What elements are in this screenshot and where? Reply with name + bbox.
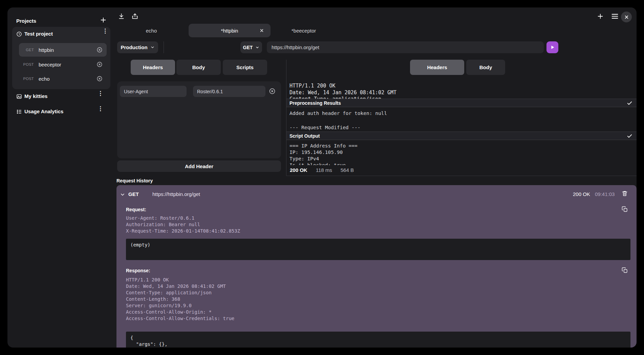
add-header-button[interactable]: Add Header [117, 160, 281, 172]
add-project-button[interactable] [100, 16, 107, 24]
divider [164, 41, 164, 53]
method-select[interactable]: GET [240, 41, 262, 53]
sidebar-item-usage-analytics[interactable]: Usage Analytics [24, 109, 63, 114]
header-key-input[interactable] [120, 86, 187, 97]
history-response-label: Response: [126, 268, 150, 273]
url-input[interactable] [267, 41, 544, 53]
header-value-cell [193, 86, 265, 97]
copy-request-button[interactable] [622, 206, 628, 212]
tab-request-headers[interactable]: Headers [131, 60, 175, 75]
environment-label: Production [121, 44, 147, 50]
tab-request-scripts[interactable]: Scripts [223, 60, 267, 75]
copy-response-button[interactable] [622, 267, 628, 273]
history-request-headers: User-Agent: Roster/0.6.1 Authorization: … [126, 215, 240, 234]
history-entry: GET https://httpbin.org/get 200 OK 09:41… [116, 185, 637, 348]
request-body-text: (empty) [126, 239, 630, 251]
tab-httpbin[interactable]: *httpbin [189, 24, 271, 37]
project-group-card: Test project ⋮ GET httpbin POST beecepto… [12, 27, 110, 89]
image-icon [16, 94, 22, 99]
send-button[interactable] [546, 41, 558, 53]
app-window: Projects Test project ⋮ GET httpbin POST… [7, 7, 637, 348]
history-time: 09:41:03 [595, 191, 615, 197]
trash-icon [622, 190, 628, 197]
environment-select[interactable]: Production [117, 41, 158, 53]
close-icon [624, 15, 629, 19]
request-name: httpbin [39, 47, 96, 53]
header-value-input[interactable] [193, 86, 265, 97]
chevron-down-icon [255, 45, 259, 50]
collapse-entry-button[interactable] [120, 192, 125, 197]
menu-button[interactable] [611, 13, 618, 19]
preprocessing-results-title: Preprocessing Results [289, 100, 341, 106]
export-button[interactable] [131, 13, 138, 20]
tab-label: *httpbin [221, 28, 238, 34]
circle-x-icon [96, 47, 103, 53]
sidebar-item-echo[interactable]: POST echo [19, 72, 107, 85]
history-method: GET [128, 191, 139, 197]
project-menu-button[interactable]: ⋮ [102, 30, 108, 32]
response-body-block: { "args": {}, "headers": { [126, 332, 630, 348]
my-kitties-menu-button[interactable]: ⋮ [98, 93, 103, 95]
sidebar-item-my-kitties[interactable]: My kitties [24, 93, 47, 99]
chevron-down-icon [150, 45, 155, 50]
remove-header-button[interactable] [269, 88, 276, 95]
tab-response-headers[interactable]: Headers [410, 60, 464, 75]
new-tab-button[interactable] [597, 13, 604, 20]
hamburger-icon [611, 13, 618, 19]
download-icon [118, 13, 125, 20]
usage-analytics-menu-button[interactable]: ⋮ [98, 108, 103, 110]
circle-x-icon [96, 61, 103, 67]
header-row [120, 86, 187, 97]
remove-request-button[interactable] [96, 61, 103, 67]
copy-icon [622, 206, 628, 212]
script-output-title: Script Output [289, 133, 320, 139]
check-icon [627, 100, 632, 106]
headers-editor-card [117, 81, 281, 158]
tab-echo[interactable]: echo [124, 24, 178, 37]
script-output-header[interactable]: Script Output [286, 132, 637, 140]
divider [286, 176, 637, 176]
script-output-text: === IP Address Info === IP: 195.146.105.… [289, 140, 637, 165]
preprocessing-results-header[interactable]: Preprocessing Results [286, 99, 637, 107]
request-name: echo [39, 76, 96, 82]
request-body-block: (empty) [126, 239, 630, 260]
status-time: 118 ms [316, 167, 332, 173]
response-status-bar: 200 OK 118 ms 564 B [290, 167, 354, 173]
chevron-down-icon [120, 192, 125, 197]
share-icon [131, 13, 138, 20]
remove-request-button[interactable] [96, 47, 103, 53]
sidebar-item-beeceptor[interactable]: POST beeceptor [19, 58, 107, 71]
copy-icon [622, 267, 628, 273]
circle-x-icon [96, 76, 103, 82]
status-size: 564 B [341, 167, 354, 173]
close-tab-button[interactable] [260, 28, 264, 33]
history-request-label: Request: [126, 207, 146, 212]
tab-request-body[interactable]: Body [176, 60, 221, 75]
remove-request-button[interactable] [96, 76, 103, 82]
tab-response-body[interactable]: Body [466, 60, 505, 75]
delete-history-button[interactable] [622, 190, 628, 197]
check-icon [627, 133, 632, 139]
response-headers-preview: HTTP/1.1 200 OK Date: Wed, 14 Jan 2026 0… [289, 83, 633, 99]
history-url: https://httpbin.org/get [152, 191, 200, 197]
play-icon [550, 45, 555, 50]
method-label: POST [19, 77, 34, 81]
window-close-button[interactable] [621, 12, 632, 22]
list-icon [16, 109, 22, 115]
sidebar-item-httpbin[interactable]: GET httpbin [19, 43, 107, 57]
import-button[interactable] [118, 13, 125, 20]
project-group-name[interactable]: Test project [24, 31, 53, 37]
history-response-headers: HTTP/1.1 200 OK Date: Wed, 14 Jan 2026 0… [126, 277, 234, 322]
request-name: beeceptor [39, 62, 96, 67]
response-body-text: { "args": {}, "headers": { [126, 332, 630, 348]
circle-x-icon [269, 88, 276, 95]
method-label: GET [19, 48, 34, 52]
status-code: 200 OK [290, 167, 307, 173]
request-history-title: Request History [116, 178, 153, 183]
close-icon [260, 28, 264, 33]
method-label: GET [243, 45, 253, 50]
method-label: POST [19, 62, 34, 66]
sidebar-title: Projects [16, 18, 36, 24]
tab-beeceptor[interactable]: *beeceptor [277, 24, 331, 37]
plus-icon [597, 13, 604, 20]
